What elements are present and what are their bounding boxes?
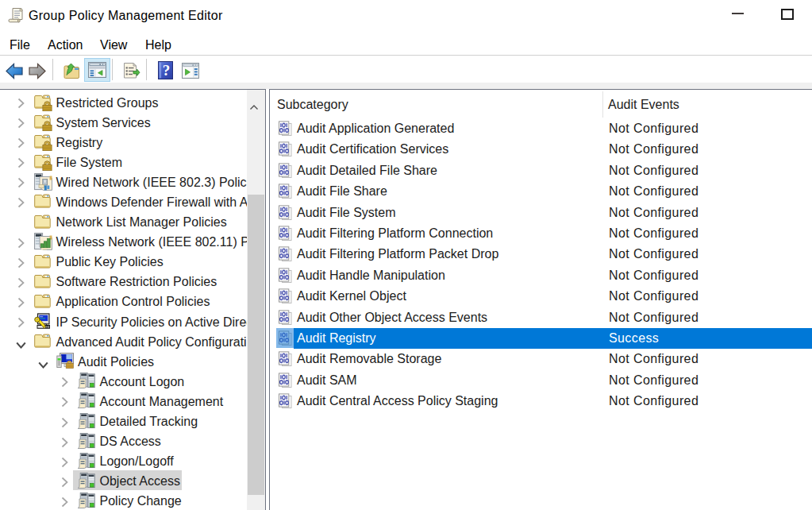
svg-text:?: ? xyxy=(163,62,171,79)
